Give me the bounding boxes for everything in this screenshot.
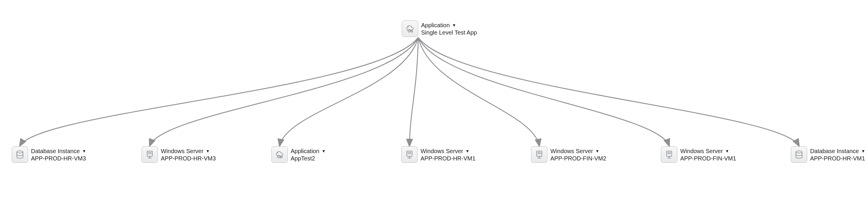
node-name: Single Level Test App xyxy=(421,29,477,36)
caret-down-icon[interactable]: ▼ xyxy=(861,149,865,154)
child-node[interactable]: Windows Server▼APP-PROD-HR-VM3 xyxy=(142,146,216,163)
node-type-label: Application xyxy=(291,148,319,155)
server-icon xyxy=(142,146,158,163)
node-type-label: Windows Server xyxy=(550,148,593,155)
node-label: Application▼AppTest2 xyxy=(291,146,326,162)
caret-down-icon[interactable]: ▼ xyxy=(322,149,326,154)
child-node[interactable]: Application▼AppTest2 xyxy=(271,146,326,163)
caret-down-icon[interactable]: ▼ xyxy=(206,149,210,154)
node-name: APP-PROD-HR-VM3 xyxy=(161,155,216,162)
child-node[interactable]: Database Instance▼APP-PROD-HR-VM3 xyxy=(12,146,86,163)
caret-down-icon[interactable]: ▼ xyxy=(82,149,86,154)
database-icon xyxy=(12,146,28,163)
server-icon xyxy=(661,146,677,163)
node-type-label: Windows Server xyxy=(421,148,463,155)
edge xyxy=(418,37,539,146)
node-name: APP-PROD-HR-VM1 xyxy=(810,155,865,162)
edge xyxy=(418,37,799,146)
node-label: Database Instance▼APP-PROD-HR-VM3 xyxy=(31,146,86,162)
node-label: Database Instance▼APP-PROD-HR-VM1 xyxy=(810,146,865,162)
caret-down-icon[interactable]: ▼ xyxy=(452,23,456,28)
edge xyxy=(418,37,669,146)
node-label: Windows Server▼APP-PROD-HR-VM1 xyxy=(421,146,475,162)
edge xyxy=(20,37,418,146)
child-node[interactable]: Database Instance▼APP-PROD-HR-VM1 xyxy=(791,146,865,163)
node-label: Windows Server▼APP-PROD-FIN-VM2 xyxy=(550,146,606,162)
node-name: APP-PROD-HR-VM1 xyxy=(421,155,475,162)
node-label: Windows Server▼APP-PROD-HR-VM3 xyxy=(161,146,216,162)
node-type-label: Application xyxy=(421,22,450,29)
child-node[interactable]: Windows Server▼APP-PROD-FIN-VM1 xyxy=(661,146,736,163)
node-type-label: Windows Server xyxy=(680,148,723,155)
svg-point-1 xyxy=(411,30,413,32)
svg-point-9 xyxy=(280,156,282,158)
node-type-label: Database Instance xyxy=(810,148,859,155)
child-node[interactable]: Windows Server▼APP-PROD-FIN-VM2 xyxy=(531,146,606,163)
root-node[interactable]: Application ▼ Single Level Test App xyxy=(402,21,477,37)
svg-point-2 xyxy=(17,151,23,153)
node-name: APP-PROD-FIN-VM2 xyxy=(550,155,606,162)
edge xyxy=(409,37,418,146)
application-icon xyxy=(271,146,288,163)
server-icon xyxy=(401,146,417,163)
node-label: Windows Server▼APP-PROD-FIN-VM1 xyxy=(680,146,736,162)
node-name: APP-PROD-HR-VM3 xyxy=(31,155,86,162)
caret-down-icon[interactable]: ▼ xyxy=(725,149,730,154)
caret-down-icon[interactable]: ▼ xyxy=(595,149,599,154)
node-type-label: Windows Server xyxy=(161,148,204,155)
edge xyxy=(280,37,418,146)
server-icon xyxy=(531,146,548,163)
svg-point-25 xyxy=(796,151,802,153)
node-name: APP-PROD-FIN-VM1 xyxy=(680,155,736,162)
node-type-label: Database Instance xyxy=(31,148,80,155)
database-icon xyxy=(791,146,807,163)
child-node[interactable]: Windows Server▼APP-PROD-HR-VM1 xyxy=(401,146,475,163)
application-icon xyxy=(402,21,418,37)
edge xyxy=(150,37,418,146)
caret-down-icon[interactable]: ▼ xyxy=(466,149,470,154)
node-label: Application ▼ Single Level Test App xyxy=(421,21,477,36)
node-name: AppTest2 xyxy=(291,155,326,162)
